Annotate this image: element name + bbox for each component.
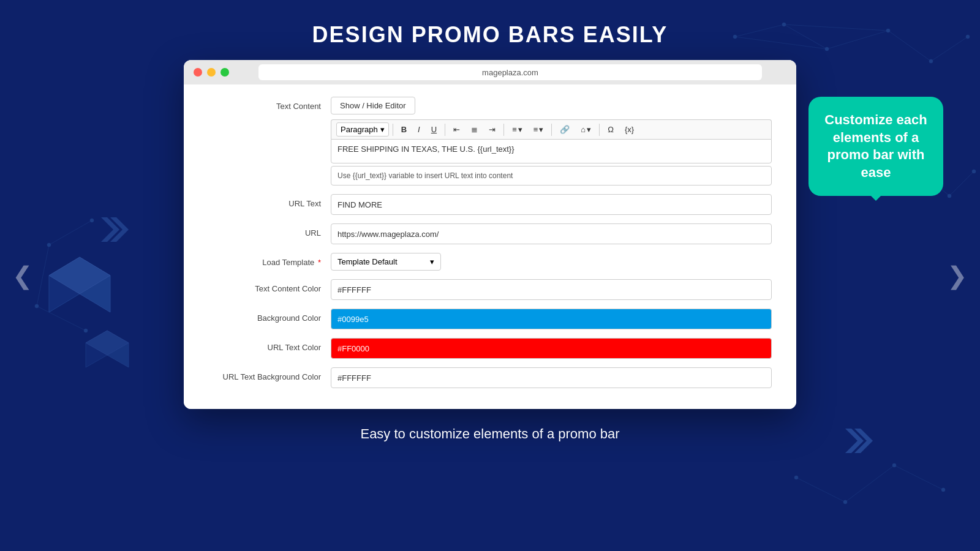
align-left-icon: ⇤ <box>453 125 460 134</box>
svg-line-26 <box>37 306 86 331</box>
svg-point-15 <box>948 194 951 198</box>
svg-line-32 <box>845 465 894 502</box>
toolbar-separator-5 <box>599 124 600 136</box>
background-color-input[interactable] <box>331 309 772 329</box>
toolbar-bold-button[interactable]: B <box>397 122 411 137</box>
toolbar-align-right-button[interactable]: ⇥ <box>484 122 500 137</box>
template-select[interactable]: Template Default ▾ <box>331 253 441 271</box>
svg-point-16 <box>972 170 976 173</box>
url-text-bg-color-input[interactable] <box>331 367 772 388</box>
toolbar-link-button[interactable]: 🔗 <box>556 122 574 137</box>
toolbar-omega-button[interactable]: Ω <box>603 122 618 137</box>
url-text-bg-color-label: URL Text Background Color <box>208 367 331 381</box>
url-text-row: URL Text <box>208 194 772 215</box>
svg-point-23 <box>84 329 88 332</box>
url-text-label: URL Text <box>208 194 331 208</box>
nav-prev-button[interactable]: ❮ <box>12 261 33 290</box>
toolbar-paragraph-dropdown[interactable]: Paragraph ▾ <box>336 122 389 137</box>
chevron-down-icon-3: ▾ <box>539 125 543 134</box>
svg-marker-37 <box>86 331 107 367</box>
browser-minimize-btn[interactable] <box>207 68 216 77</box>
toolbar-list-bullet-button[interactable]: ≡ ▾ <box>508 122 527 137</box>
toolbar-align-center-button[interactable]: ≣ <box>467 122 482 137</box>
browser-close-btn[interactable] <box>194 68 202 77</box>
svg-marker-36 <box>49 257 110 294</box>
url-text-color-row: URL Text Color <box>208 338 772 359</box>
load-template-label: Load Template * <box>208 253 331 267</box>
svg-line-24 <box>49 220 92 245</box>
url-text-bg-color-row: URL Text Background Color <box>208 367 772 388</box>
svg-marker-39 <box>86 331 129 355</box>
svg-point-21 <box>90 219 94 222</box>
url-label: URL <box>208 223 331 238</box>
toolbar-separator-1 <box>393 124 393 136</box>
chevron-down-icon: ▾ <box>380 125 385 134</box>
browser-address-bar: mageplaza.com <box>258 64 762 80</box>
chevron-down-icon-2: ▾ <box>518 125 522 134</box>
browser-maximize-btn[interactable] <box>221 68 229 77</box>
text-content-label: Text Content <box>208 97 331 111</box>
list-number-icon: ≡ <box>533 125 538 134</box>
editor-toolbar: Paragraph ▾ B I U ⇤ ≣ ⇥ <box>331 119 772 139</box>
editor-text-area[interactable]: FREE SHIPPING IN TEXAS, THE U.S. {{url_t… <box>331 139 772 163</box>
align-center-icon: ≣ <box>471 125 478 134</box>
svg-marker-40 <box>101 217 119 242</box>
page-title: DESIGN PROMO BARS EASILY <box>0 0 980 48</box>
svg-point-29 <box>892 463 896 467</box>
chevron-down-icon-5: ▾ <box>430 257 434 266</box>
omega-icon: Ω <box>608 125 614 134</box>
editor-url-hint: Use {{url_text}} variable to insert URL … <box>331 166 772 186</box>
toolbar-separator-4 <box>551 124 552 136</box>
url-text-color-label: URL Text Color <box>208 338 331 352</box>
svg-point-28 <box>843 500 847 504</box>
url-text-color-input[interactable] <box>331 338 772 359</box>
link-icon: 🔗 <box>560 125 570 134</box>
required-star: * <box>318 258 321 267</box>
svg-point-22 <box>35 304 39 308</box>
browser-titlebar: mageplaza.com <box>184 60 796 84</box>
url-input[interactable] <box>331 223 772 244</box>
svg-point-27 <box>794 476 798 479</box>
browser-window: mageplaza.com Customize each elements of… <box>184 60 796 409</box>
svg-point-20 <box>47 243 51 247</box>
svg-point-4 <box>929 59 933 63</box>
svg-line-31 <box>796 478 845 502</box>
background-color-row: Background Color <box>208 309 772 329</box>
toolbar-underline-button[interactable]: U <box>427 122 441 137</box>
list-bullet-icon: ≡ <box>512 125 517 134</box>
svg-line-33 <box>894 465 943 490</box>
browser-content: Customize each elements of a promo bar w… <box>184 84 796 409</box>
toolbar-align-left-button[interactable]: ⇤ <box>449 122 464 137</box>
toolbar-list-number-button[interactable]: ≡ ▾ <box>529 122 548 137</box>
svg-line-25 <box>37 245 49 306</box>
align-right-icon: ⇥ <box>489 125 496 134</box>
show-hide-editor-button[interactable]: Show / Hide Editor <box>331 97 415 114</box>
bottom-caption: Easy to customize elements of a promo ba… <box>0 426 980 442</box>
chevron-down-icon-4: ▾ <box>587 125 591 134</box>
toolbar-separator-2 <box>445 124 445 136</box>
text-content-color-row: Text Content Color <box>208 279 772 300</box>
text-content-color-input[interactable] <box>331 279 772 300</box>
svg-line-19 <box>949 171 974 196</box>
tooltip-bubble: Customize each elements of a promo bar w… <box>809 97 943 196</box>
text-content-row: Text Content Show / Hide Editor Paragrap… <box>208 97 772 186</box>
toolbar-table-button[interactable]: ⌂ ▾ <box>576 122 595 137</box>
url-row: URL <box>208 223 772 244</box>
variable-icon: {x} <box>625 125 634 134</box>
svg-marker-34 <box>49 257 80 312</box>
background-color-label: Background Color <box>208 309 331 323</box>
svg-marker-38 <box>107 331 129 367</box>
toolbar-italic-button[interactable]: I <box>413 122 424 137</box>
url-text-input[interactable] <box>331 194 772 215</box>
table-icon: ⌂ <box>581 125 586 134</box>
svg-marker-41 <box>110 217 129 242</box>
toolbar-separator-3 <box>503 124 504 136</box>
nav-next-button[interactable]: ❯ <box>947 261 968 290</box>
svg-point-30 <box>941 488 945 492</box>
svg-marker-35 <box>80 257 110 312</box>
text-content-color-label: Text Content Color <box>208 279 331 293</box>
toolbar-variable-button[interactable]: {x} <box>620 122 638 137</box>
load-template-row: Load Template * Template Default ▾ <box>208 253 772 271</box>
